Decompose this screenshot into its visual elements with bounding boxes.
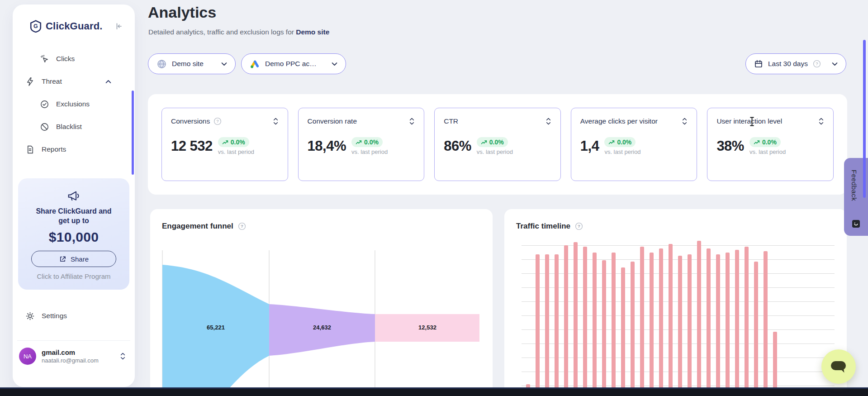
traffic-bar	[735, 250, 739, 396]
stat-value: 86%	[444, 138, 471, 154]
share-button-label: Share	[71, 255, 89, 263]
cursor-click-icon	[40, 54, 49, 64]
help-icon[interactable]: ?	[575, 222, 583, 230]
stat-sort-icon[interactable]	[409, 118, 415, 125]
traffic-bar	[564, 245, 568, 396]
sidebar: G ClickGuard. ClicksThreatExclusionsBlac…	[13, 5, 135, 387]
stat-sort-icon[interactable]	[545, 118, 551, 125]
traffic-bar	[640, 247, 644, 396]
page-subtitle: Detailed analytics, traffic and exclusio…	[148, 28, 329, 36]
svg-text:?: ?	[217, 119, 219, 124]
chevron-down-icon	[832, 62, 838, 66]
help-icon[interactable]: ?	[238, 222, 246, 230]
help-icon[interactable]: ?	[213, 117, 222, 125]
svg-text:?: ?	[578, 224, 580, 229]
traffic-bar	[754, 262, 758, 396]
calendar-icon	[754, 59, 763, 68]
site-selector[interactable]: Demo site	[148, 53, 236, 74]
stat-card: Conversions ? 12 532 0.0% vs. last perio…	[161, 108, 288, 181]
sidebar-item-exclusions[interactable]: Exclusions	[13, 93, 135, 115]
affiliate-link[interactable]: Click to Affiliate Program	[18, 272, 129, 280]
clickguard-logo: G ClickGuard.	[30, 20, 103, 33]
stat-label: User interaction level	[716, 117, 782, 125]
sidebar-item-clicks[interactable]: Clicks	[13, 48, 135, 70]
bolt-icon	[25, 77, 35, 86]
svg-text:G: G	[33, 23, 38, 29]
page-subtitle-text: Detailed analytics, traffic and exclusio…	[148, 28, 294, 36]
chevron-up-icon[interactable]	[105, 80, 111, 84]
stat-change-badge: 0.0%	[749, 137, 781, 147]
stat-value: 38%	[716, 138, 744, 154]
stats-panel: Conversions ? 12 532 0.0% vs. last perio…	[148, 94, 847, 195]
sidebar-collapse-icon[interactable]	[114, 22, 123, 31]
chat-bubble-icon	[830, 359, 848, 374]
chat-launcher-button[interactable]	[821, 349, 856, 384]
ppc-account-selector[interactable]: Demo PPC ac…	[241, 53, 346, 74]
avatar: NA	[19, 348, 36, 365]
stat-card: User interaction level 38% 0.0% vs. last…	[707, 108, 834, 181]
sidebar-scrollbar[interactable]	[132, 91, 134, 175]
account-name: gmail.com	[42, 348, 99, 357]
gear-icon	[25, 311, 35, 321]
trend-up-icon	[356, 140, 362, 145]
stat-sort-icon[interactable]	[682, 118, 688, 125]
stat-compare-label: vs. last period	[604, 148, 640, 155]
traffic-timeline-card: Traffic timeline ?	[504, 209, 847, 396]
sidebar-divider	[17, 340, 130, 341]
share-button[interactable]: Share	[31, 251, 116, 267]
account-sort-icon	[120, 353, 128, 360]
traffic-bar	[707, 248, 711, 396]
sidebar-item-settings[interactable]: Settings	[13, 306, 135, 326]
stat-compare-label: vs. last period	[749, 148, 786, 155]
stat-compare-label: vs. last period	[218, 148, 254, 155]
external-link-icon	[59, 255, 66, 263]
stat-label: Average clicks per visitor	[580, 117, 658, 125]
date-range-selector[interactable]: Last 30 days ?	[745, 53, 846, 74]
promo-line1: Share ClickGuard and	[36, 207, 111, 215]
sidebar-item-reports[interactable]: Reports	[13, 138, 135, 161]
trend-up-icon	[481, 140, 487, 145]
bottom-window-edge	[0, 387, 868, 396]
stat-compare-label: vs. last period	[351, 148, 388, 155]
traffic-bar	[621, 267, 625, 396]
stat-sort-icon[interactable]	[273, 118, 279, 125]
feedback-label: Feedback	[850, 170, 858, 201]
gridline	[522, 245, 835, 246]
traffic-bar	[669, 244, 673, 396]
stat-sort-icon[interactable]	[818, 118, 824, 125]
site-selector-value: Demo site	[172, 60, 204, 68]
traffic-bar	[583, 247, 587, 396]
traffic-bar	[659, 248, 663, 396]
traffic-bar-chart	[522, 209, 835, 396]
account-switcher[interactable]: NA gmail.com naatali.ro@gmail.com	[19, 348, 128, 365]
page-subtitle-site: Demo site	[296, 28, 329, 36]
traffic-bar	[773, 332, 777, 396]
traffic-bar	[612, 253, 616, 396]
trend-up-icon	[754, 140, 760, 145]
funnel-title: Engagement funnel	[162, 222, 233, 231]
document-icon	[25, 145, 35, 154]
stats-row: Conversions ? 12 532 0.0% vs. last perio…	[148, 94, 847, 195]
stat-label: Conversions	[171, 117, 210, 125]
sidebar-item-label: Reports	[42, 145, 66, 153]
page-scrollbar[interactable]	[863, 40, 866, 198]
page-title: Analytics	[148, 4, 216, 21]
traffic-bar	[536, 254, 540, 396]
account-email: naatali.ro@gmail.com	[42, 357, 99, 364]
svg-text:?: ?	[816, 61, 818, 66]
traffic-bar	[697, 241, 701, 396]
promo-line2: get up to	[58, 217, 89, 224]
clickguard-shield-icon: G	[30, 20, 42, 33]
stat-card: CTR 86% 0.0% vs. last period	[434, 108, 561, 181]
funnel-stage-value: 24,632	[295, 324, 349, 331]
stat-value: 18,4%	[308, 138, 346, 154]
help-icon[interactable]: ?	[813, 60, 821, 68]
sidebar-item-blacklist[interactable]: Blacklist	[13, 115, 135, 138]
traffic-bar	[574, 242, 578, 396]
traffic-bar	[555, 254, 559, 396]
traffic-bar	[716, 254, 720, 396]
date-range-value: Last 30 days	[768, 60, 808, 68]
ppc-account-value: Demo PPC ac…	[265, 60, 317, 68]
sidebar-item-threat[interactable]: Threat	[13, 70, 135, 93]
brand-name: ClickGuard.	[46, 20, 103, 32]
